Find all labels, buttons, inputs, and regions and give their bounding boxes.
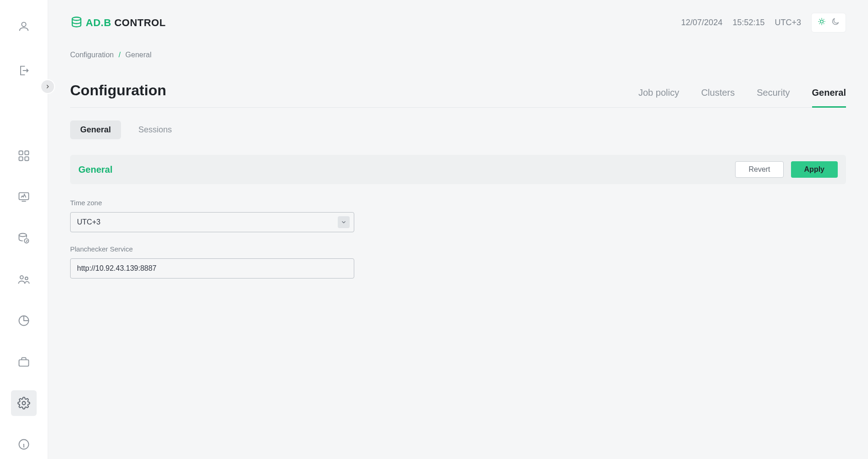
svg-point-0 xyxy=(22,22,26,27)
planchecker-input[interactable] xyxy=(70,258,354,279)
tab-security[interactable]: Security xyxy=(757,87,790,108)
moon-icon xyxy=(831,17,840,28)
header-date: 12/07/2024 xyxy=(681,18,722,27)
breadcrumb-root[interactable]: Configuration xyxy=(70,51,114,59)
tab-job-policy[interactable]: Job policy xyxy=(638,87,679,108)
settings-icon[interactable] xyxy=(11,390,37,416)
svg-rect-2 xyxy=(25,151,28,155)
logout-icon[interactable] xyxy=(11,58,37,83)
svg-point-12 xyxy=(22,402,26,405)
svg-rect-11 xyxy=(19,360,29,366)
sub-tabs: General Sessions xyxy=(70,120,846,139)
sun-icon xyxy=(817,17,826,28)
subtab-sessions[interactable]: Sessions xyxy=(128,120,182,139)
reports-icon[interactable] xyxy=(11,308,37,333)
brand: AD.B CONTROL xyxy=(70,16,166,30)
breadcrumb-current: General xyxy=(126,51,152,59)
timezone-label: Time zone xyxy=(70,199,354,207)
main-content: AD.B CONTROL 12/07/2024 15:52:15 UTC+3 C… xyxy=(48,0,868,459)
brand-logo-icon xyxy=(70,16,83,30)
panel-title: General xyxy=(78,164,112,175)
planchecker-label: Planchecker Service xyxy=(70,245,354,253)
sidebar xyxy=(0,0,48,459)
panel-header: General Revert Apply xyxy=(70,155,846,184)
header-tz: UTC+3 xyxy=(775,18,801,27)
svg-rect-3 xyxy=(19,157,23,160)
header-time: 15:52:15 xyxy=(732,18,764,27)
svg-point-15 xyxy=(820,20,824,23)
sidebar-expand-button[interactable] xyxy=(41,80,54,93)
revert-button[interactable]: Revert xyxy=(735,161,783,178)
svg-rect-4 xyxy=(25,157,28,160)
svg-point-8 xyxy=(20,276,23,279)
tab-clusters[interactable]: Clusters xyxy=(701,87,735,108)
svg-point-6 xyxy=(19,234,27,237)
svg-point-9 xyxy=(25,277,28,280)
dashboard-icon[interactable] xyxy=(11,143,37,169)
user-icon[interactable] xyxy=(11,14,37,39)
breadcrumb-sep: / xyxy=(119,51,121,59)
theme-toggle[interactable] xyxy=(811,13,846,33)
timezone-select[interactable] xyxy=(70,212,354,232)
tab-general[interactable]: General xyxy=(812,87,846,108)
backup-icon[interactable] xyxy=(11,225,37,251)
top-tabs: Job policy Clusters Security General xyxy=(638,87,846,99)
subtab-general[interactable]: General xyxy=(70,120,121,139)
jobs-icon[interactable] xyxy=(11,349,37,375)
breadcrumb: Configuration / General xyxy=(70,51,846,59)
topbar: AD.B CONTROL 12/07/2024 15:52:15 UTC+3 xyxy=(70,13,846,33)
monitoring-icon[interactable] xyxy=(11,184,37,210)
brand-text: AD.B CONTROL xyxy=(86,17,166,29)
info-icon[interactable] xyxy=(11,432,37,457)
svg-rect-1 xyxy=(19,151,23,155)
svg-point-14 xyxy=(72,17,81,21)
page-title: Configuration xyxy=(70,82,166,99)
apply-button[interactable]: Apply xyxy=(791,161,838,178)
users-icon[interactable] xyxy=(11,267,37,292)
